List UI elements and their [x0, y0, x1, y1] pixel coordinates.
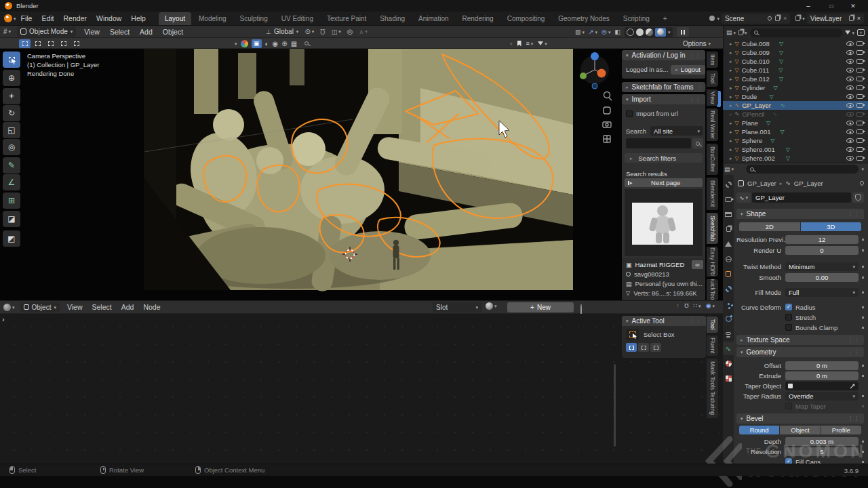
toggle-solid-icon[interactable]: ▣	[252, 39, 262, 48]
mode-dropdown[interactable]: Object Mode ▾	[17, 26, 76, 37]
outliner-row-active[interactable]: ▸∿GP_Layer∿	[723, 101, 868, 110]
properties-search[interactable]	[746, 165, 859, 174]
app-menu-button[interactable]: ▾	[4, 14, 16, 22]
breadcrumb-data[interactable]: GP_Layer	[794, 180, 823, 187]
hide-render-icon[interactable]	[856, 77, 863, 81]
outliner-row[interactable]: ▸▽Cube.009▽	[723, 48, 868, 57]
next-page-button[interactable]: ▸ Next page	[625, 178, 703, 187]
tab-animation[interactable]: Animation	[412, 12, 454, 25]
fill-mode-dropdown[interactable]: Full▾	[785, 288, 859, 297]
object-visibility-dropdown[interactable]: ▥▾	[575, 28, 585, 35]
editor-type-button[interactable]: ▾	[3, 304, 15, 311]
tool-measure[interactable]: ∠	[3, 174, 20, 190]
model-thumbnail[interactable]	[632, 203, 693, 245]
outliner-row[interactable]: ▸▽Sphere.002▽	[723, 154, 868, 163]
hide-render-icon[interactable]	[856, 68, 863, 73]
search-input[interactable]	[626, 138, 691, 148]
hide-viewport-icon[interactable]	[846, 103, 854, 108]
tool-rotate[interactable]: ↻	[3, 105, 20, 121]
datablock-name-field[interactable]: GP_Layer	[752, 192, 851, 203]
editor-type-button[interactable]: # ▾	[3, 28, 11, 35]
hide-viewport-icon[interactable]	[846, 112, 854, 117]
sidebar-tab-sketchfab[interactable]: Sketchfab	[707, 213, 718, 244]
menu-render[interactable]: Render	[59, 14, 92, 22]
overlay-dropdown[interactable]: ◉▾	[706, 302, 715, 309]
hide-render-icon[interactable]	[856, 41, 863, 46]
tab-uv-editing[interactable]: UV Editing	[275, 12, 319, 25]
tab-texture-paint[interactable]: Texture Paint	[321, 12, 372, 25]
offset-field[interactable]: 0 m	[785, 361, 859, 370]
datablock-browse-button[interactable]: ∿▾	[736, 192, 751, 203]
logout-button[interactable]: ▸ Logout	[671, 65, 705, 75]
outliner-row[interactable]: ▸▽Sphere.001▽	[723, 145, 868, 154]
animate-dot[interactable]	[862, 441, 864, 443]
sidebar-tab-tool[interactable]: Tool	[707, 70, 718, 87]
toggle-studio-icon[interactable]: ▦	[291, 40, 297, 47]
hide-render-icon[interactable]	[856, 112, 863, 117]
outliner-row[interactable]: ▸▽Plane.001▽	[723, 127, 868, 136]
sidebar-tab-easy-hdri[interactable]: Easy HDRI	[707, 247, 718, 277]
parent-up-icon[interactable]: ↑	[676, 302, 679, 309]
ptab-render[interactable]	[723, 192, 734, 206]
radius-checkbox[interactable]: ✓	[785, 304, 792, 310]
menu-node[interactable]: Node	[141, 303, 162, 311]
falloff-dropdown[interactable]: ∧ ▾	[359, 28, 368, 35]
menu-add[interactable]: Add	[138, 28, 155, 36]
filter-dropdown[interactable]: ▾	[538, 41, 547, 46]
chevron-down-icon[interactable]: ▾	[717, 16, 719, 21]
fake-user-shield-button[interactable]	[852, 192, 864, 203]
toggle-world-icon[interactable]: ⊕	[281, 40, 287, 47]
animate-dot[interactable]	[862, 266, 864, 268]
new-material-button[interactable]: + New	[507, 302, 574, 312]
mode-set-icon[interactable]	[626, 343, 637, 352]
breadcrumb-object[interactable]: GP_Layer	[747, 180, 776, 187]
sidebar-tab-blenderkit[interactable]: BlenderKit	[707, 178, 718, 210]
render-u-field[interactable]: 0	[785, 246, 859, 255]
node-tab-tool[interactable]: Tool	[707, 317, 718, 333]
hide-render-icon[interactable]	[856, 147, 863, 152]
chevron-down-icon[interactable]: ▾	[668, 30, 671, 35]
toggle-sphere-icon[interactable]: ◐	[265, 40, 269, 47]
outliner-display-dropdown[interactable]: ▤▾	[726, 29, 736, 36]
hide-viewport-icon[interactable]	[846, 41, 854, 46]
menu-help[interactable]: Help	[126, 14, 151, 22]
sidebar-tab-item[interactable]: Item	[707, 52, 718, 68]
outliner-row[interactable]: ▸▽Plane▽	[723, 119, 868, 127]
menu-select[interactable]: Select	[90, 303, 114, 311]
navigation-gizmo[interactable]	[574, 50, 616, 152]
new-scene-icon[interactable]	[775, 16, 780, 21]
animate-dot[interactable]	[862, 317, 864, 319]
bevel-object[interactable]: Object	[780, 426, 820, 434]
tool-move[interactable]: +	[3, 88, 20, 104]
hide-render-icon[interactable]	[856, 103, 863, 108]
animate-dot[interactable]	[862, 375, 864, 377]
node-tab-fluent[interactable]: Fluent	[707, 336, 718, 356]
material-browse-button[interactable]: ▾	[486, 302, 497, 310]
outliner-row[interactable]: ▸▽Cube.011▽	[723, 66, 868, 75]
chevron-down-icon[interactable]: ▾	[861, 167, 864, 171]
open-link-button[interactable]: ∞	[692, 260, 703, 269]
toggle-2d[interactable]: 2D	[739, 222, 800, 231]
menu-select[interactable]: Select	[108, 28, 132, 36]
teams-panel-header[interactable]: ▸ Sketchfab for Teams ⋮⋮	[622, 82, 705, 92]
ptab-viewlayer[interactable]	[723, 222, 734, 236]
select-mode-subtract[interactable]	[45, 39, 56, 48]
new-viewlayer-icon[interactable]	[849, 16, 854, 21]
pin-icon[interactable]	[767, 16, 772, 21]
tab-scripting[interactable]: Scripting	[617, 12, 656, 25]
site-dropdown[interactable]: All site ▾	[650, 126, 703, 136]
magnet-icon[interactable]: Ω	[684, 302, 689, 309]
snap-dropdown[interactable]: ◫ ▾	[332, 28, 341, 35]
hide-viewport-icon[interactable]	[846, 59, 854, 64]
mode-extend-icon[interactable]	[638, 343, 649, 352]
resolution-preview-field[interactable]: 12	[785, 235, 859, 244]
snap-toggle[interactable]: Ω	[320, 28, 325, 35]
geometry-panel-header[interactable]: ▾Geometry⋮⋮	[736, 347, 864, 357]
animate-dot[interactable]	[862, 277, 864, 279]
tab-shading[interactable]: Shading	[374, 12, 411, 25]
tool-mask-1[interactable]: ◪	[3, 211, 20, 227]
select-mode-extend[interactable]	[32, 39, 43, 48]
tool-add-cube[interactable]: ⊞	[3, 192, 20, 209]
bevel-round[interactable]: Round	[739, 426, 779, 434]
viewlayer-name[interactable]: ViewLayer	[810, 15, 846, 22]
